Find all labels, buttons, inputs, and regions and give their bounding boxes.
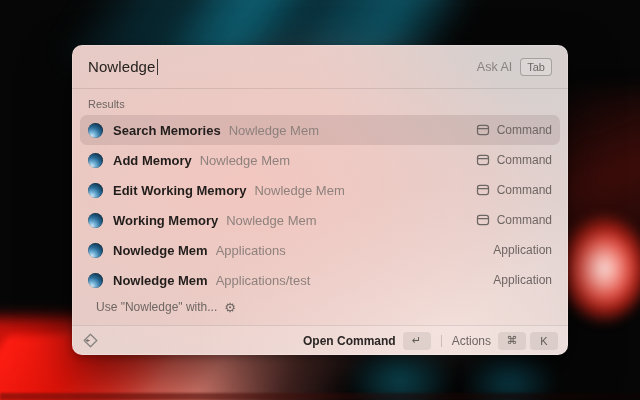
result-kind: Application — [493, 273, 552, 287]
k-key-badge: K — [530, 332, 558, 350]
gear-icon[interactable]: ⚙ — [224, 301, 236, 314]
result-row[interactable]: Working Memory Nowledge Mem Command — [80, 205, 560, 235]
result-kind-label: Application — [493, 273, 552, 287]
result-row[interactable]: Add Memory Nowledge Mem Command — [80, 145, 560, 175]
wallpaper-bottom-edge — [0, 393, 640, 400]
result-subtitle: Nowledge Mem — [200, 153, 290, 168]
result-kind-label: Command — [497, 123, 552, 137]
tab-key-badge: Tab — [520, 58, 552, 76]
result-row[interactable]: Nowledge Mem Applications Application — [80, 235, 560, 265]
command-logo-icon — [82, 332, 99, 349]
results-header: Results — [88, 98, 552, 110]
results-panel: Results Search Memories Nowledge Mem Com… — [72, 89, 568, 314]
result-title: Nowledge Mem — [113, 273, 208, 288]
nowledge-app-icon — [88, 213, 103, 228]
enter-key-badge: ↵ — [403, 332, 431, 350]
ask-ai-label: Ask AI — [477, 60, 512, 74]
result-kind-label: Command — [497, 153, 552, 167]
command-icon — [476, 183, 490, 197]
result-row[interactable]: Edit Working Memory Nowledge Mem Command — [80, 175, 560, 205]
ask-ai-hint[interactable]: Ask AI Tab — [477, 58, 552, 76]
result-kind: Command — [476, 183, 552, 197]
result-kind: Command — [476, 153, 552, 167]
command-icon — [476, 123, 490, 137]
results-list: Search Memories Nowledge Mem Command Add… — [80, 115, 560, 295]
result-subtitle: Nowledge Mem — [226, 213, 316, 228]
use-with-label: Use "Nowledge" with... — [96, 300, 217, 314]
footer-divider — [441, 335, 442, 347]
result-kind: Command — [476, 123, 552, 137]
launcher-window: Nowledge Ask AI Tab Results Search Memor… — [72, 45, 568, 355]
use-with-row[interactable]: Use "Nowledge" with... ⚙ — [96, 300, 544, 314]
command-icon — [476, 153, 490, 167]
result-subtitle: Nowledge Mem — [229, 123, 319, 138]
command-icon — [476, 213, 490, 227]
nowledge-app-icon — [88, 243, 103, 258]
search-input[interactable]: Nowledge — [88, 58, 156, 75]
result-subtitle: Applications/test — [216, 273, 311, 288]
result-kind-label: Application — [493, 243, 552, 257]
nowledge-app-icon — [88, 153, 103, 168]
result-kind-label: Command — [497, 213, 552, 227]
search-bar: Nowledge Ask AI Tab — [72, 45, 568, 89]
result-title: Search Memories — [113, 123, 221, 138]
result-subtitle: Nowledge Mem — [254, 183, 344, 198]
open-command-button[interactable]: Open Command — [303, 334, 396, 348]
cmd-key-badge: ⌘ — [498, 332, 526, 350]
result-kind-label: Command — [497, 183, 552, 197]
result-row[interactable]: Nowledge Mem Applications/test Applicati… — [80, 265, 560, 295]
result-row[interactable]: Search Memories Nowledge Mem Command — [80, 115, 560, 145]
result-title: Working Memory — [113, 213, 218, 228]
result-title: Edit Working Memory — [113, 183, 246, 198]
footer-bar: Open Command ↵ Actions ⌘ K — [72, 325, 568, 355]
result-kind: Command — [476, 213, 552, 227]
result-title: Add Memory — [113, 153, 192, 168]
nowledge-app-icon — [88, 183, 103, 198]
wallpaper-red-blob — [556, 212, 640, 347]
result-title: Nowledge Mem — [113, 243, 208, 258]
nowledge-app-icon — [88, 273, 103, 288]
result-kind: Application — [493, 243, 552, 257]
actions-button[interactable]: Actions — [452, 334, 491, 348]
text-caret — [157, 59, 159, 75]
nowledge-app-icon — [88, 123, 103, 138]
footer-actions: Open Command ↵ Actions ⌘ K — [303, 332, 558, 350]
result-subtitle: Applications — [216, 243, 286, 258]
